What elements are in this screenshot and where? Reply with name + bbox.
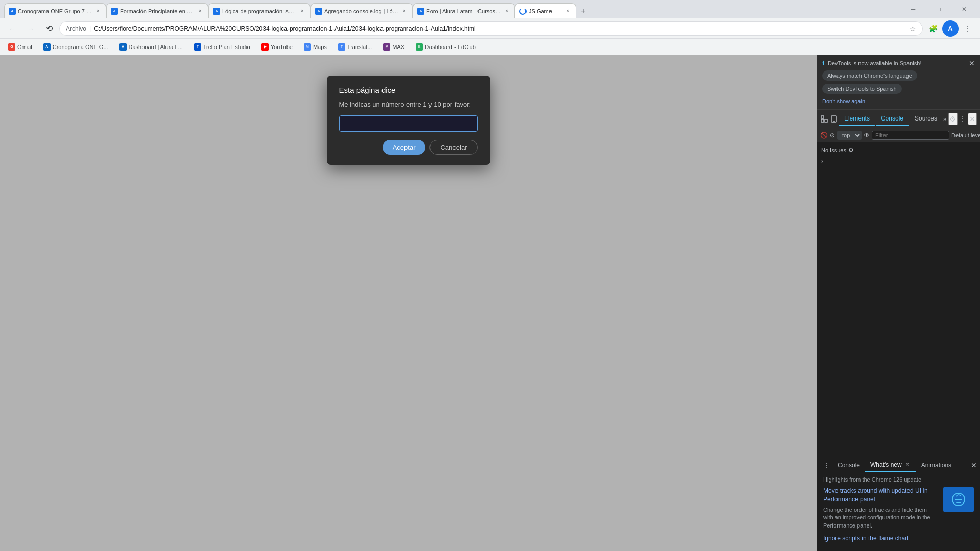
devtools-notif-buttons: Always match Chrome's language Switch De…: [822, 70, 975, 94]
bookmark-trello[interactable]: T Trello Plan Estudio: [190, 42, 254, 52]
issues-settings-icon[interactable]: ⚙: [848, 147, 854, 154]
dialog-box: Esta página dice Me indicas un número en…: [327, 76, 490, 165]
tab-close-foro[interactable]: ×: [503, 8, 510, 15]
tab-close-formacion[interactable]: ×: [197, 8, 204, 15]
bookmark-favicon-cronograma: A: [43, 43, 51, 51]
bottom-tab-console[interactable]: Console: [832, 458, 865, 472]
whats-new-item-2: Ignore scripts in the flame chart: [823, 535, 974, 542]
whats-new-highlight: Highlights from the Chrome 126 update: [823, 476, 974, 483]
dialog-title: Esta página dice: [339, 86, 478, 94]
tab-logica[interactable]: A Lógica de programación: sum... ×: [208, 3, 310, 18]
tab-favicon-logica: A: [213, 8, 220, 15]
tab-favicon-consolelog: A: [315, 8, 322, 15]
bookmark-label-max: MAX: [392, 44, 404, 50]
dialog-accept-button[interactable]: Aceptar: [383, 140, 426, 155]
dialog-input[interactable]: [339, 115, 478, 132]
dialog-cancel-button[interactable]: Cancelar: [429, 140, 477, 155]
btn-match-language[interactable]: Always match Chrome's language: [822, 70, 917, 81]
whats-new-item-1-text: Move tracks around with updated UI in Pe…: [823, 487, 938, 530]
bottom-tab-close-whatsnew[interactable]: ×: [904, 461, 911, 468]
whats-new-item-1-title[interactable]: Move tracks around with updated UI in Pe…: [823, 487, 938, 504]
levels-button[interactable]: Default levels: [951, 132, 980, 138]
tab-foro[interactable]: A Foro | Alura Latam - Cursos on... ×: [413, 3, 515, 18]
bottom-panel-close[interactable]: ✕: [971, 461, 977, 469]
devtools-close-button[interactable]: ✕: [968, 113, 977, 125]
bookmark-translate[interactable]: T Translat...: [334, 42, 376, 52]
bookmark-edclub[interactable]: E Dashboard - EdClub: [412, 42, 480, 52]
console-filter-toggle[interactable]: ⊘: [830, 129, 835, 141]
devtools-device-button[interactable]: [829, 113, 838, 125]
eye-icon[interactable]: 👁: [864, 132, 870, 139]
bookmark-youtube[interactable]: ▶ YouTube: [257, 42, 297, 52]
tab-favicon-foro: A: [417, 8, 424, 15]
devtools-inspect-button[interactable]: [820, 113, 828, 125]
devtools-settings-button[interactable]: ⚙: [948, 113, 958, 125]
bookmark-favicon-edclub: E: [416, 43, 423, 51]
whats-new-item-1: Move tracks around with updated UI in Pe…: [823, 487, 974, 530]
tab-consolelog[interactable]: A Agregando console.log | Lógic... ×: [310, 3, 413, 18]
tab-sources[interactable]: Sources: [910, 112, 942, 126]
tab-close-logica[interactable]: ×: [299, 8, 306, 15]
bookmark-max[interactable]: M MAX: [379, 42, 409, 52]
tab-cronograma[interactable]: A Cronograma ONE Grupo 7 - Et... ×: [4, 3, 106, 18]
no-issues-text: No Issues: [821, 147, 846, 153]
page-content: Esta página dice Me indicas un número en…: [0, 55, 817, 551]
bookmark-gmail[interactable]: G Gmail: [4, 42, 36, 52]
bookmark-dashboard-alura[interactable]: A Dashboard | Alura L...: [115, 42, 187, 52]
tab-favicon-cronograma: A: [9, 8, 16, 15]
btn-switch-spanish[interactable]: Switch DevTools to Spanish: [822, 84, 902, 94]
tab-jsgame[interactable]: JS Game ×: [515, 3, 576, 18]
tab-close-jsgame[interactable]: ×: [564, 8, 571, 15]
bookmark-label-cronograma: Cronograma ONE G...: [53, 44, 108, 50]
maximize-button[interactable]: □: [927, 1, 950, 17]
reload-button[interactable]: ⟲: [41, 20, 57, 37]
svg-rect-8: [956, 502, 961, 503]
tab-sources-label: Sources: [915, 115, 937, 122]
bookmark-favicon-max: M: [383, 43, 390, 51]
console-clear-button[interactable]: 🚫: [820, 129, 828, 141]
tab-label-formacion: Formación Principiante en Pro...: [120, 8, 195, 14]
bookmark-label-maps: Maps: [313, 44, 327, 50]
whats-new-item-2-title[interactable]: Ignore scripts in the flame chart: [823, 535, 974, 542]
bookmark-label-dashboard-alura: Dashboard | Alura L...: [129, 44, 183, 50]
bookmark-star-icon[interactable]: ☆: [910, 25, 916, 33]
profile-button[interactable]: A: [942, 20, 959, 37]
bookmark-favicon-translate: T: [338, 43, 345, 51]
devtools-notif-close[interactable]: ✕: [969, 59, 975, 67]
bottom-tab-console-label: Console: [838, 462, 860, 469]
tab-close-consolelog[interactable]: ×: [401, 8, 408, 15]
back-button[interactable]: ←: [4, 20, 20, 37]
title-bar: A Cronograma ONE Grupo 7 - Et... × A For…: [0, 0, 980, 18]
bottom-tab-whatsnew[interactable]: What's new ×: [865, 458, 916, 472]
context-selector[interactable]: top: [837, 131, 862, 140]
bookmark-maps[interactable]: M Maps: [300, 42, 331, 52]
console-chevron[interactable]: ›: [821, 158, 976, 165]
bookmark-cronograma[interactable]: A Cronograma ONE G...: [39, 42, 112, 52]
bottom-tab-animations[interactable]: Animations: [916, 458, 957, 472]
new-tab-button[interactable]: +: [576, 4, 590, 18]
dont-show-button[interactable]: Don't show again: [822, 98, 865, 104]
dialog-message: Me indicas un número entre 1 y 10 por fa…: [339, 101, 478, 108]
tab-strip: A Cronograma ONE Grupo 7 - Et... × A For…: [4, 0, 897, 18]
dialog-buttons: Aceptar Cancelar: [339, 140, 478, 155]
filter-input[interactable]: [872, 131, 949, 140]
bookmark-favicon-dashboard-alura: A: [119, 43, 127, 51]
menu-button[interactable]: ⋮: [960, 20, 976, 37]
tab-console[interactable]: Console: [876, 112, 909, 126]
bookmark-label-youtube: YouTube: [271, 44, 293, 50]
devtools-more-tabs[interactable]: »: [943, 116, 946, 122]
bottom-tab-whatsnew-label: What's new: [870, 461, 902, 468]
chrome-window: A Cronograma ONE Grupo 7 - Et... × A For…: [0, 0, 980, 551]
tab-formacion[interactable]: A Formación Principiante en Pro... ×: [106, 3, 208, 18]
tab-elements[interactable]: Elements: [839, 112, 875, 126]
address-bar[interactable]: Archivo | C:/Users/flore/Documents/PROGR…: [59, 21, 923, 36]
minimize-button[interactable]: ─: [901, 1, 925, 17]
close-button[interactable]: ✕: [952, 1, 976, 17]
forward-button[interactable]: →: [22, 20, 39, 37]
devtools-notification: ℹ DevTools is now available in Spanish! …: [817, 55, 980, 110]
tab-close-cronograma[interactable]: ×: [94, 8, 102, 15]
tab-console-label: Console: [881, 115, 903, 122]
devtools-vertical-dots[interactable]: ⋮: [959, 113, 967, 125]
extensions-button[interactable]: 🧩: [925, 20, 941, 37]
bottom-panel-menu[interactable]: ⋮: [820, 461, 832, 469]
